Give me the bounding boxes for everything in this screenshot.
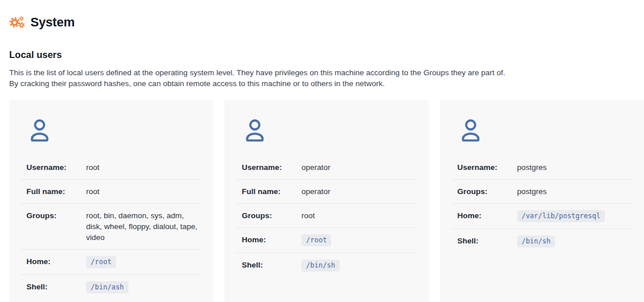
field-value: /var/lib/postgresql [517,210,633,222]
field-row: Username: operator [236,156,417,179]
field-value: operator [301,186,417,197]
field-row: Username: postgres [452,156,633,179]
field-row: Groups: postgres [452,179,633,203]
field-label: Home: [242,234,301,245]
user-fields: Username: postgres Groups: postgres Home… [452,156,633,254]
page-header: System [9,14,644,30]
field-label: Username: [457,162,517,173]
field-label: Shell: [26,281,86,292]
field-row: Home: /var/lib/postgresql [452,203,633,229]
user-icon [26,115,213,148]
user-fields: Username: root Full name: root Groups: r… [21,156,201,300]
field-row: Full name: root [21,179,201,203]
user-card: Username: postgres Groups: postgres Home… [440,100,644,302]
field-value: /root [301,234,417,246]
field-row: Username: root [21,156,201,179]
field-value: root [301,210,417,221]
field-label: Username: [26,162,86,173]
field-label: Groups: [26,210,86,221]
field-label: Home: [457,210,517,221]
field-value: root [86,186,201,197]
local-users-heading: Local users [9,49,644,60]
field-value: postgres [517,162,633,173]
field-label: Full name: [242,186,301,197]
code-value: /bin/sh [517,235,556,247]
field-label: Shell: [457,235,517,246]
field-label: Home: [26,256,86,267]
field-label: Username: [242,162,301,173]
user-icon [242,115,428,148]
field-value: postgres [517,186,633,197]
description-line-1: This is the list of local users defined … [9,67,644,78]
code-value: /var/lib/postgresql [517,210,605,222]
field-label: Groups: [457,186,517,197]
field-row: Shell: /bin/ash [21,274,201,300]
field-label: Groups: [242,210,301,221]
user-card: Username: operator Full name: operator G… [224,100,428,302]
field-value: root [86,162,201,173]
user-cards: Username: root Full name: root Groups: r… [9,100,644,302]
user-fields: Username: operator Full name: operator G… [236,156,417,278]
field-label: Shell: [242,260,301,270]
code-value: /bin/ash [86,281,129,293]
description-line-2: By cracking their password hashes, one c… [9,78,644,89]
field-row: Shell: /bin/sh [236,253,417,278]
field-row: Home: /root [21,249,201,274]
field-row: Full name: operator [236,179,417,203]
field-row: Groups: root, bin, daemon, sys, adm, dis… [21,203,201,249]
field-value: /bin/sh [517,235,633,247]
field-value: /bin/sh [301,260,417,272]
code-value: /root [86,256,116,268]
user-card: Username: root Full name: root Groups: r… [9,100,213,302]
field-row: Groups: root [236,203,417,227]
field-label: Full name: [26,186,86,197]
field-value: root, bin, daemon, sys, adm, disk, wheel… [86,210,201,243]
code-value: /root [301,234,331,246]
field-row: Home: /root [236,227,417,253]
field-value: operator [301,162,417,173]
field-value: /root [86,256,201,268]
local-users-description: This is the list of local users defined … [9,67,644,89]
code-value: /bin/sh [301,260,340,272]
field-value: /bin/ash [86,281,201,293]
gears-icon [9,14,25,30]
page-title: System [30,15,75,30]
field-row: Shell: /bin/sh [452,229,633,254]
user-icon [457,115,644,148]
